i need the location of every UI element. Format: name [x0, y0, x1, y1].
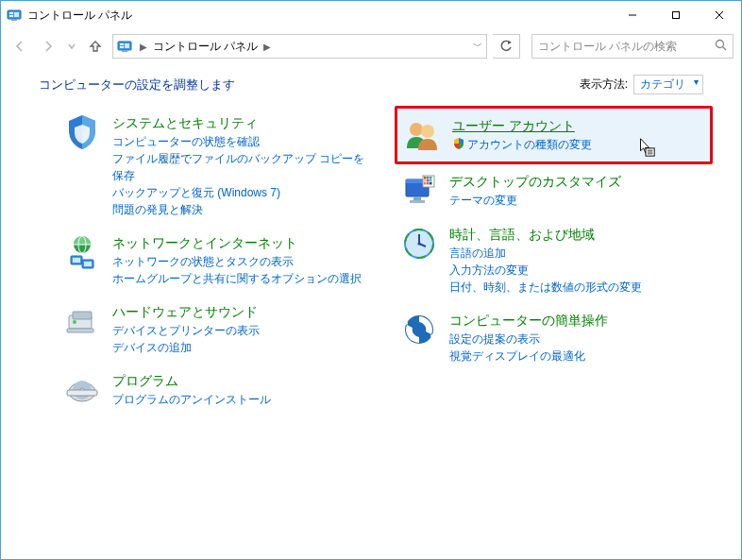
category-sublink[interactable]: バックアップと復元 (Windows 7)	[112, 184, 370, 201]
forward-button[interactable]	[37, 35, 59, 58]
content-area: コンピューターの設定を調整します 表示方法: カテゴリ システムとセキュリティ …	[1, 67, 741, 559]
window-frame: コントロール パネル ▶ コントロール パネル ▶ ﹀	[0, 0, 742, 560]
category-sublink[interactable]: デバイスの追加	[112, 339, 260, 356]
category-sublink[interactable]: ファイル履歴でファイルのバックアップ コピーを保存	[112, 150, 370, 184]
category-clock-language-region: 時計、言語、および地域 言語の追加 入力方法の変更 日付、時刻、または数値の形式…	[395, 217, 713, 303]
category-hardware-sound: ハードウェアとサウンド デバイスとプリンターの表示 デバイスの追加	[58, 295, 376, 364]
category-sublink[interactable]: ホームグループと共有に関するオプションの選択	[112, 270, 362, 287]
category-column-left: システムとセキュリティ コンピューターの状態を確認 ファイル履歴でファイルのバッ…	[58, 106, 376, 416]
category-sublink[interactable]: アカウントの種類の変更	[452, 136, 592, 153]
view-by-label: 表示方法:	[580, 76, 628, 93]
search-icon[interactable]	[715, 39, 727, 54]
category-ease-of-access: コンピューターの簡単操作 設定の提案の表示 視覚ディスプレイの最適化	[395, 303, 713, 372]
window-title: コントロール パネル	[27, 8, 132, 24]
close-button[interactable]	[698, 1, 741, 29]
svg-point-52	[717, 41, 724, 48]
category-sublink[interactable]: 視覚ディスプレイの最適化	[449, 348, 608, 365]
view-by-control: 表示方法: カテゴリ	[580, 75, 703, 94]
minimize-button[interactable]	[611, 1, 654, 29]
address-dropdown-icon[interactable]: ﹀	[473, 40, 482, 53]
category-title-link[interactable]: システムとセキュリティ	[112, 115, 258, 130]
category-title-link[interactable]: コンピューターの簡単操作	[449, 313, 608, 328]
category-title-link[interactable]: ハードウェアとサウンド	[112, 304, 258, 319]
svg-rect-48	[673, 12, 680, 19]
view-by-select[interactable]: カテゴリ	[633, 75, 703, 94]
chevron-right-icon[interactable]: ▶	[260, 42, 275, 52]
recent-locations-dropdown[interactable]	[65, 35, 78, 58]
disc-icon	[63, 371, 101, 409]
search-placeholder: コントロール パネルの検索	[538, 39, 677, 55]
clock-globe-icon	[400, 225, 438, 263]
category-title-link[interactable]: ユーザー アカウント	[452, 118, 575, 133]
category-sublink[interactable]: ネットワークの状態とタスクの表示	[112, 253, 362, 270]
ease-of-access-icon	[400, 311, 438, 348]
category-title-link[interactable]: 時計、言語、および地域	[449, 227, 595, 242]
category-title-link[interactable]: プログラム	[112, 373, 178, 388]
category-sublink[interactable]: デバイスとプリンターの表示	[112, 322, 260, 339]
svg-line-53	[723, 47, 727, 51]
category-sublink[interactable]: 日付、時刻、または数値の形式の変更	[449, 279, 642, 296]
cursor-icon	[635, 137, 656, 158]
category-network-internet: ネットワークとインターネット ネットワークの状態とタスクの表示 ホームグループと…	[58, 226, 376, 295]
category-sublink[interactable]: プログラムのアンインストール	[112, 391, 271, 408]
category-appearance: デスクトップのカスタマイズ テーマの変更	[395, 164, 713, 217]
category-sublink[interactable]: 設定の提案の表示	[449, 331, 608, 348]
refresh-button[interactable]	[493, 34, 520, 59]
category-sublink[interactable]: テーマの変更	[449, 192, 621, 209]
category-sublink[interactable]: 言語の追加	[449, 245, 642, 262]
users-icon	[403, 116, 441, 154]
back-button[interactable]	[8, 35, 31, 58]
printer-icon	[63, 302, 101, 340]
address-bar[interactable]: ▶ コントロール パネル ▶ ﹀	[112, 34, 487, 59]
control-panel-icon	[7, 8, 22, 23]
titlebar: コントロール パネル	[1, 1, 741, 29]
navigation-bar: ▶ コントロール パネル ▶ ﹀ コントロール パネルの検索	[1, 29, 741, 63]
globe-network-icon	[63, 233, 101, 271]
page-heading: コンピューターの設定を調整します	[39, 76, 235, 93]
category-title-link[interactable]: デスクトップのカスタマイズ	[449, 174, 621, 189]
category-sublink[interactable]: 問題の発見と解決	[112, 201, 370, 218]
svg-marker-51	[508, 41, 512, 44]
control-panel-icon	[117, 39, 132, 54]
search-box[interactable]: コントロール パネルの検索	[531, 34, 734, 59]
breadcrumb-root[interactable]: コントロール パネル	[151, 39, 260, 55]
category-sublink[interactable]: コンピューターの状態を確認	[112, 133, 370, 150]
uac-shield-icon	[452, 137, 465, 150]
shield-icon	[63, 113, 101, 151]
category-programs: プログラム プログラムのアンインストール	[58, 364, 376, 416]
category-title-link[interactable]: ネットワークとインターネット	[112, 235, 297, 250]
chevron-right-icon[interactable]: ▶	[136, 42, 151, 52]
category-sublink[interactable]: 入力方法の変更	[449, 262, 642, 279]
category-user-accounts[interactable]: ユーザー アカウント アカウントの種類の変更	[395, 106, 713, 164]
monitor-palette-icon	[400, 172, 438, 210]
category-system-security: システムとセキュリティ コンピューターの状態を確認 ファイル履歴でファイルのバッ…	[58, 106, 376, 226]
up-button[interactable]	[84, 35, 107, 58]
category-column-right: ユーザー アカウント アカウントの種類の変更	[395, 106, 713, 416]
svg-rect-54	[646, 148, 654, 156]
maximize-button[interactable]	[654, 1, 698, 29]
